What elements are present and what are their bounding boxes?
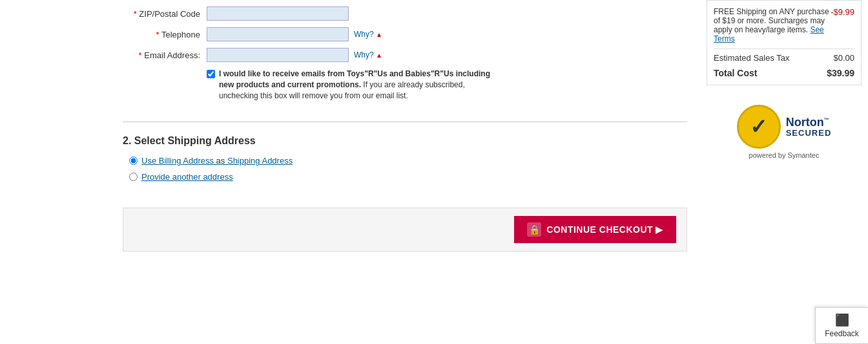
free-shipping-row: FREE Shipping on ANY purchase of $19 or … (714, 7, 854, 43)
form-section: * ZIP/Postal Code * Telephone Why? ▲ (123, 0, 700, 115)
another-address-text: Provide another address (141, 172, 233, 182)
continue-checkout-label: CONTINUE CHECKOUT ▶ (546, 224, 663, 235)
section-divider (123, 122, 687, 122)
total-cost-value: $39.99 (827, 68, 854, 78)
free-shipping-value: -$9.99 (831, 7, 854, 17)
summary-divider-1 (714, 48, 854, 49)
order-summary-box: FREE Shipping on ANY purchase of $19 or … (707, 0, 862, 85)
email-why-text: Why? (354, 50, 374, 59)
shipping-address-link: Shipping Address (227, 156, 293, 166)
zip-label-text: ZIP/Postal Code (139, 9, 200, 19)
as-text: as (214, 156, 227, 166)
zip-required: * (134, 9, 137, 19)
shipping-section-title: 2. Select Shipping Address (123, 135, 687, 147)
page-wrapper: * ZIP/Postal Code * Telephone Why? ▲ (0, 0, 868, 344)
norton-checkmark: ✓ (750, 114, 767, 139)
telephone-label: * Telephone (123, 30, 207, 39)
telephone-why-arrow: ▲ (376, 31, 382, 38)
right-sidebar: FREE Shipping on ANY purchase of $19 or … (700, 0, 868, 344)
email-optin-label[interactable]: I would like to receive emails from Toys… (219, 69, 497, 101)
shipping-section: 2. Select Shipping Address Use Billing A… (123, 129, 700, 195)
estimated-tax-row: Estimated Sales Tax $0.00 (714, 53, 854, 63)
norton-secured-text: Norton™ (786, 116, 832, 128)
zip-input[interactable] (207, 6, 349, 21)
email-optin-checkbox[interactable] (207, 70, 215, 78)
norton-area: ✓ Norton™ SECURED powered by Symantec (707, 105, 862, 159)
billing-address-radio-row: Use Billing Address as Shipping Address (129, 156, 687, 166)
telephone-why-text: Why? (354, 30, 374, 39)
another-address-label[interactable]: Provide another address (141, 172, 233, 182)
another-address-radio-row: Provide another address (129, 172, 687, 182)
lock-icon: 🔒 (527, 222, 541, 237)
telephone-required: * (156, 30, 160, 39)
email-label: * Email Address: (123, 50, 207, 60)
email-opt-in-row: I would like to receive emails from Toys… (207, 69, 687, 101)
email-label-text: Email Address: (144, 50, 200, 60)
email-row: * Email Address: Why? ▲ (123, 48, 687, 62)
telephone-why-link[interactable]: Why? ▲ (354, 30, 382, 39)
estimated-tax-label: Estimated Sales Tax (714, 53, 833, 63)
continue-checkout-button[interactable]: 🔒 CONTINUE CHECKOUT ▶ (514, 216, 676, 243)
total-cost-row: Total Cost $39.99 (714, 68, 854, 78)
email-input[interactable] (207, 48, 349, 62)
norton-tm: ™ (824, 117, 829, 123)
use-billing-radio[interactable] (129, 156, 138, 165)
use-billing-text: Use Billing Address (141, 156, 214, 166)
email-why-link[interactable]: Why? ▲ (354, 50, 382, 59)
total-cost-label: Total Cost (714, 68, 757, 78)
feedback-tab[interactable]: ⬛ Feedback (815, 307, 868, 344)
zip-row: * ZIP/Postal Code (123, 6, 687, 21)
norton-circle: ✓ (737, 105, 781, 149)
telephone-label-text: Telephone (161, 30, 200, 39)
zip-label: * ZIP/Postal Code (123, 9, 207, 19)
another-address-radio[interactable] (129, 173, 138, 181)
telephone-row: * Telephone Why? ▲ (123, 27, 687, 41)
norton-text-box: Norton™ SECURED (786, 116, 832, 138)
norton-badge: ✓ Norton™ SECURED (737, 105, 832, 149)
norton-powered-by: powered by Symantec (707, 151, 862, 159)
checkout-bar: 🔒 CONTINUE CHECKOUT ▶ (123, 208, 687, 252)
free-shipping-text: FREE Shipping on ANY purchase of $19 or … (714, 7, 831, 43)
use-billing-label[interactable]: Use Billing Address as Shipping Address (141, 156, 293, 166)
main-content: * ZIP/Postal Code * Telephone Why? ▲ (0, 0, 700, 344)
feedback-icon: ⬛ (820, 313, 864, 327)
estimated-tax-value: $0.00 (833, 53, 854, 63)
norton-secured-sub: SECURED (786, 128, 832, 138)
email-why-arrow: ▲ (376, 52, 382, 59)
feedback-label: Feedback (825, 329, 859, 338)
telephone-input[interactable] (207, 27, 349, 41)
email-required: * (139, 50, 142, 60)
